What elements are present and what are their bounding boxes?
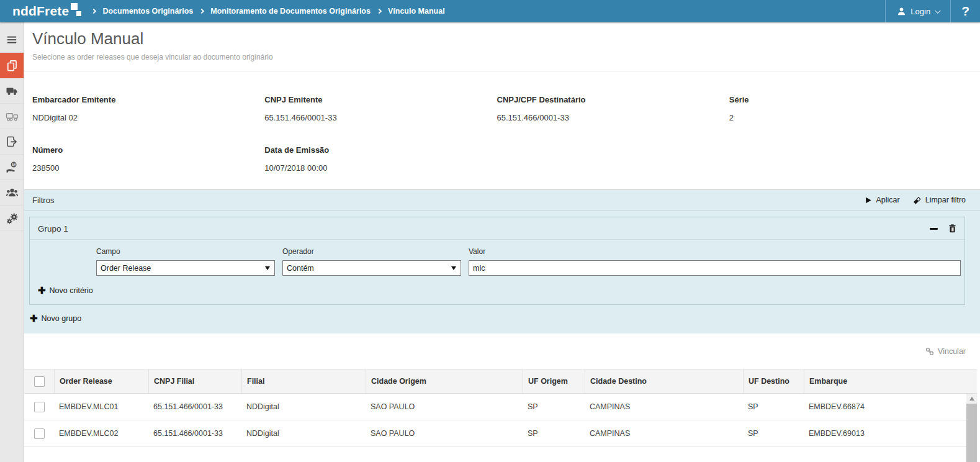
menu-icon xyxy=(6,34,17,45)
valor-label: Valor xyxy=(469,247,961,256)
valor-input[interactable] xyxy=(469,260,961,276)
filters-title: Filtros xyxy=(32,196,54,205)
cell-uf-origem: SP xyxy=(523,402,585,411)
field-value: 65.151.466/0001-33 xyxy=(264,113,497,122)
sidebar-item-pagamento-frete[interactable]: $ xyxy=(0,155,24,180)
column-header-cnpj-filial: CNPJ Filial xyxy=(148,369,241,393)
breadcrumb-item-vinculo-manual[interactable]: Vínculo Manual xyxy=(388,7,445,16)
cell-cidade-destino: CAMPINAS xyxy=(585,402,743,411)
page-subtitle: Selecione as order releases que deseja v… xyxy=(32,53,980,61)
select-all-checkbox[interactable] xyxy=(34,376,45,387)
cell-embarque: EMBDEV.69013 xyxy=(804,429,966,438)
cell-uf-destino: SP xyxy=(743,402,804,411)
table-row[interactable]: EMBDEV.MLC01 65.151.466/0001-33 NDDigita… xyxy=(24,394,977,420)
table-scrollbar[interactable] xyxy=(966,394,977,462)
new-criteria-label: Novo critério xyxy=(50,286,93,295)
new-group-label: Novo grupo xyxy=(42,314,82,323)
order-release-table: Order Release CNPJ Filial Filial Cidade … xyxy=(24,369,977,462)
chevron-right-icon xyxy=(91,9,96,14)
document-export-icon xyxy=(6,135,18,148)
sidebar-item-configuracoes[interactable] xyxy=(0,206,24,231)
field-label: Data de Emissão xyxy=(264,145,497,155)
operador-label: Operador xyxy=(282,247,461,256)
page-title: Vínculo Manual xyxy=(32,29,980,48)
field-value: 238500 xyxy=(32,163,264,173)
play-icon xyxy=(865,196,872,204)
sidebar-item-exportacao[interactable] xyxy=(0,129,24,155)
cell-cidade-origem: SAO PAULO xyxy=(366,429,523,438)
field-serie: Série 2 xyxy=(729,95,961,122)
new-criteria-button[interactable]: ✚ Novo critério xyxy=(38,286,956,295)
filter-group: Grupo 1 Campo Order Rel xyxy=(29,217,965,305)
campo-select[interactable]: Order Release xyxy=(96,260,275,276)
column-header-uf-destino: UF Destino xyxy=(743,369,804,393)
document-info: Embarcador Emitente NDDigital 02 CNPJ Em… xyxy=(24,71,980,173)
login-menu[interactable]: Login xyxy=(886,0,950,22)
settings-gears-icon xyxy=(6,212,19,225)
cell-cnpj-filial: 65.151.466/0001-33 xyxy=(148,429,241,438)
truck-icon xyxy=(6,84,18,97)
app-logo-text: nddFrete xyxy=(12,3,69,19)
collapse-group-button[interactable] xyxy=(930,228,938,230)
chevron-right-icon xyxy=(199,9,204,14)
vincular-label: Vincular xyxy=(938,347,966,356)
operador-select-value: Contém xyxy=(287,264,314,273)
minus-icon xyxy=(930,228,938,230)
freight-payment-icon: $ xyxy=(6,161,19,174)
row-checkbox[interactable] xyxy=(34,428,45,439)
field-label: Série xyxy=(729,95,961,104)
column-header-filial: Filial xyxy=(241,369,366,393)
filters-panel: Filtros Aplicar Limpar filtro xyxy=(24,189,980,333)
help-button[interactable]: ? xyxy=(951,4,980,19)
vincular-button[interactable]: Vincular xyxy=(925,347,966,356)
clear-filter-label: Limpar filtro xyxy=(925,196,966,204)
field-cnpj-cpf-destinatario: CNPJ/CPF Destinatário 65.151.466/0001-33 xyxy=(497,95,729,122)
filter-group-title: Grupo 1 xyxy=(38,224,68,233)
sidebar-item-transporte[interactable] xyxy=(0,78,24,104)
cell-order-release: EMBDEV.MLC02 xyxy=(54,429,148,438)
column-header-order-release: Order Release xyxy=(54,369,148,393)
main-content: Vínculo Manual Selecione as order releas… xyxy=(24,22,980,462)
eraser-icon xyxy=(912,196,922,204)
cell-order-release: EMBDEV.MLC01 xyxy=(54,402,148,411)
breadcrumb: Documentos Originários Monitoramento de … xyxy=(92,7,444,16)
breadcrumb-item-documentos-originarios[interactable]: Documentos Originários xyxy=(102,7,193,16)
breadcrumb-item-monitoramento[interactable]: Monitoramento de Documentos Originários xyxy=(210,7,371,16)
field-value: 10/07/2018 00:00 xyxy=(264,163,497,173)
chevron-right-icon xyxy=(377,9,382,14)
sidebar-item-usuarios[interactable] xyxy=(0,180,24,206)
apply-filter-button[interactable]: Aplicar xyxy=(865,196,899,204)
link-icon xyxy=(925,347,934,356)
field-label: Número xyxy=(32,145,264,155)
field-label: CNPJ Emitente xyxy=(264,95,497,104)
cell-cidade-destino: CAMPINAS xyxy=(585,429,743,438)
delete-group-button[interactable] xyxy=(948,224,956,233)
app-logo[interactable]: nddFrete xyxy=(12,3,83,19)
field-value: NDDigital 02 xyxy=(32,113,264,122)
filter-criteria-row: Campo Order Release Operador Contém xyxy=(30,240,964,276)
cell-cidade-origem: SAO PAULO xyxy=(366,402,523,411)
scroll-up-button[interactable] xyxy=(966,394,977,403)
new-group-button[interactable]: ✚ Novo grupo xyxy=(30,314,972,323)
sidebar-item-menu[interactable] xyxy=(0,27,24,53)
field-data-emissao: Data de Emissão 10/07/2018 00:00 xyxy=(264,145,497,173)
column-header-cidade-destino: Cidade Destino xyxy=(585,369,743,393)
scrollbar-thumb[interactable] xyxy=(966,404,977,462)
field-numero: Número 238500 xyxy=(32,145,264,173)
column-header-cidade-origem: Cidade Origem xyxy=(366,369,523,393)
cell-uf-destino: SP xyxy=(743,429,804,438)
sidebar-item-documentos-originarios[interactable] xyxy=(0,53,24,78)
apply-filter-label: Aplicar xyxy=(876,196,899,204)
cell-cnpj-filial: 65.151.466/0001-33 xyxy=(148,402,241,411)
dropdown-arrow-icon xyxy=(451,266,456,270)
row-checkbox[interactable] xyxy=(34,402,45,412)
operador-select[interactable]: Contém xyxy=(282,260,461,276)
table-row[interactable]: EMBDEV.MLC02 65.151.466/0001-33 NDDigita… xyxy=(24,420,977,447)
sidebar-item-frota[interactable] xyxy=(0,104,24,129)
clear-filter-button[interactable]: Limpar filtro xyxy=(912,196,966,204)
top-bar: nddFrete Documentos Originários Monitora… xyxy=(0,0,980,22)
field-cnpj-emitente: CNPJ Emitente 65.151.466/0001-33 xyxy=(264,95,497,122)
login-label: Login xyxy=(910,7,930,16)
app-logo-mark-icon xyxy=(71,3,83,18)
documents-copy-icon xyxy=(6,59,19,72)
